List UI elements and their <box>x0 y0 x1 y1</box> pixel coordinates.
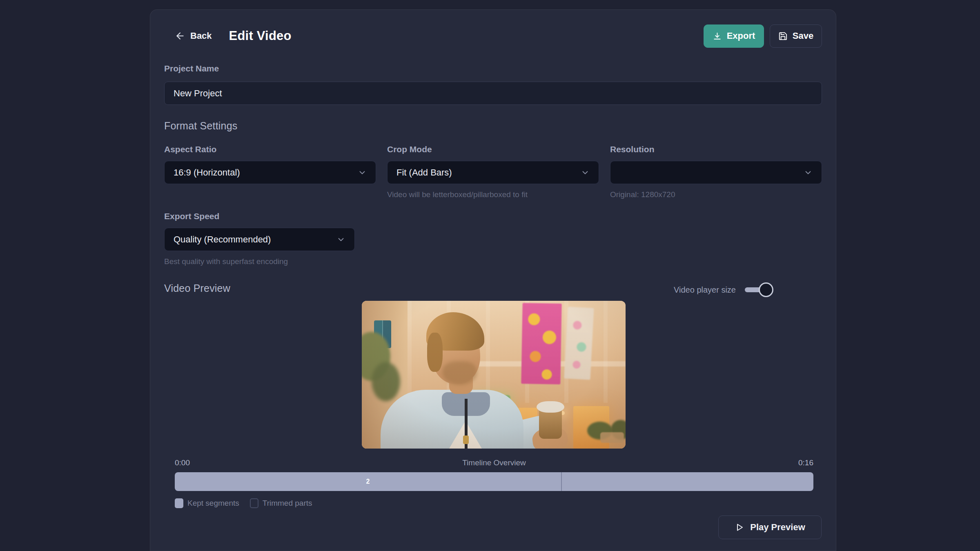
kept-segments-label: Kept segments <box>187 499 239 508</box>
crop-mode-label: Crop Mode <box>387 144 599 154</box>
project-name-input[interactable] <box>164 82 822 105</box>
slider-thumb[interactable] <box>759 282 773 297</box>
resolution-field: Resolution Original: 1280x720 <box>610 144 822 199</box>
trimmed-parts-label: Trimmed parts <box>263 499 312 508</box>
export-speed-label: Export Speed <box>164 211 355 221</box>
format-settings-grid: Aspect Ratio 16:9 (Horizontal) Crop Mode… <box>164 144 822 199</box>
aspect-ratio-field: Aspect Ratio 16:9 (Horizontal) <box>164 144 376 199</box>
export-speed-helper: Best quality with superfast encoding <box>164 257 355 266</box>
play-icon <box>735 522 744 532</box>
chevron-down-icon <box>336 235 345 244</box>
edit-video-panel: Back Edit Video Export Save Project Name… <box>150 9 836 551</box>
resolution-select[interactable] <box>610 161 822 184</box>
crop-mode-value: Fit (Add Bars) <box>396 167 452 178</box>
export-speed-value: Quality (Recommended) <box>174 234 271 245</box>
resolution-helper: Original: 1280x720 <box>610 190 822 199</box>
crop-mode-helper: Video will be letterboxed/pillarboxed to… <box>387 190 599 199</box>
export-button[interactable]: Export <box>704 24 764 48</box>
header-actions: Export Save <box>704 24 822 48</box>
chevron-down-icon <box>358 168 367 177</box>
timeline-labels: 0:00 Timeline Overview 0:16 <box>175 458 813 467</box>
export-label: Export <box>727 31 755 41</box>
timeline-segment-label: 2 <box>366 478 370 485</box>
timeline-section: 0:00 Timeline Overview 0:16 2 Kept segme… <box>175 458 813 508</box>
timeline-segment[interactable]: 2 <box>175 472 562 491</box>
page-title: Edit Video <box>229 29 292 43</box>
timeline-bar[interactable]: 2 <box>175 472 813 491</box>
kept-segments-swatch <box>175 498 183 508</box>
back-button[interactable]: Back <box>175 31 212 41</box>
timeline-end-time: 0:16 <box>724 458 813 467</box>
video-preview-player[interactable] <box>362 301 626 449</box>
timeline-start-time: 0:00 <box>175 458 265 467</box>
aspect-ratio-value: 16:9 (Horizontal) <box>174 167 240 178</box>
resolution-label: Resolution <box>610 144 822 154</box>
crop-mode-select[interactable]: Fit (Add Bars) <box>387 161 599 184</box>
export-speed-select[interactable]: Quality (Recommended) <box>164 228 355 251</box>
crop-mode-field: Crop Mode Fit (Add Bars) Video will be l… <box>387 144 599 199</box>
project-name-label: Project Name <box>164 64 219 73</box>
export-speed-field: Export Speed Quality (Recommended) Best … <box>164 211 355 266</box>
video-player-size-control: Video player size <box>674 282 773 297</box>
save-icon <box>778 31 788 41</box>
header: Back Edit Video Export Save <box>164 24 822 48</box>
legend-item-kept: Kept segments <box>175 498 239 508</box>
format-settings-heading: Format Settings <box>164 120 237 132</box>
legend-item-trimmed: Trimmed parts <box>250 498 312 508</box>
timeline-segment[interactable] <box>562 472 813 491</box>
chevron-down-icon <box>804 168 813 177</box>
video-player-size-label: Video player size <box>674 285 736 295</box>
page-background: { "header": { "back_label": "Back", "tit… <box>0 0 980 551</box>
video-scene-tint <box>362 301 626 449</box>
arrow-left-icon <box>175 31 185 41</box>
back-label: Back <box>190 31 212 41</box>
chevron-down-icon <box>581 168 590 177</box>
trimmed-parts-swatch <box>250 498 258 508</box>
aspect-ratio-select[interactable]: 16:9 (Horizontal) <box>164 161 376 184</box>
timeline-legend: Kept segments Trimmed parts <box>175 498 813 508</box>
save-button[interactable]: Save <box>770 24 822 48</box>
video-player-size-slider[interactable] <box>745 282 773 297</box>
timeline-title: Timeline Overview <box>265 458 724 467</box>
download-icon <box>713 31 722 41</box>
aspect-ratio-label: Aspect Ratio <box>164 144 376 154</box>
video-preview-heading: Video Preview <box>164 282 230 294</box>
save-label: Save <box>793 31 813 41</box>
play-preview-label: Play Preview <box>750 522 805 533</box>
play-preview-button[interactable]: Play Preview <box>718 515 822 539</box>
